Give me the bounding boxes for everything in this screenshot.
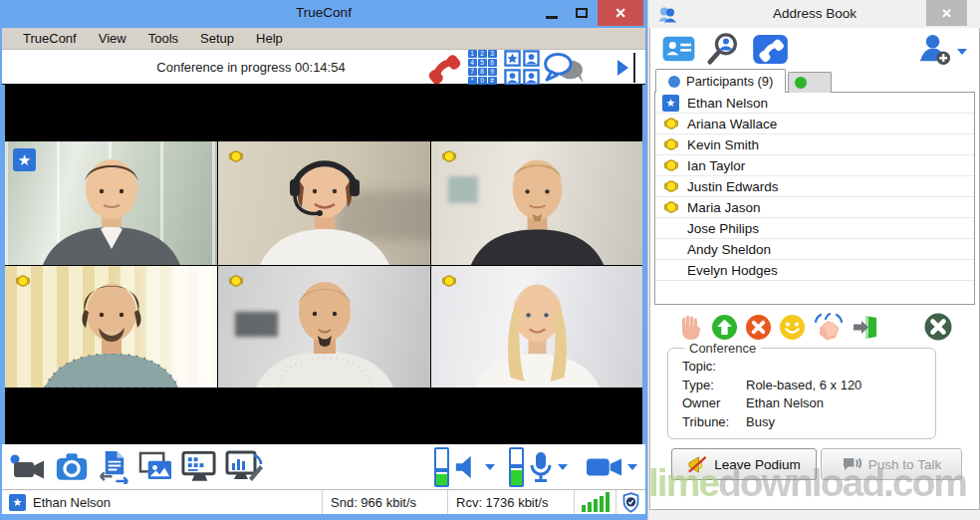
address-book-body: Participants (9) ★ Ethan Nelson Ariana W… (649, 28, 980, 510)
video-tile-speaker-3[interactable] (431, 141, 642, 265)
mic-level-slider[interactable] (509, 447, 524, 487)
tab-participants[interactable]: Participants (9) (655, 69, 786, 93)
applause-button[interactable] (813, 313, 845, 341)
participant-row[interactable]: Evelyn Hodges (655, 260, 974, 281)
chairman-star-badge-icon: ★ (13, 148, 36, 171)
add-user-group (917, 33, 979, 70)
microphone-icon (528, 451, 554, 483)
participant-name: Ethan Nelson (687, 96, 768, 111)
raise-hand-icon (678, 314, 704, 341)
video-tile-speaker-2[interactable] (218, 141, 430, 265)
record-video-button[interactable] (8, 452, 48, 482)
slideshow-button[interactable] (137, 450, 174, 483)
tab-online-contacts[interactable] (788, 72, 832, 93)
whiteboard-button[interactable] (225, 450, 263, 484)
video-tile-ethan-nelson[interactable]: ★ (5, 141, 217, 265)
podium-buttons-row: Leave Podium Push to Talk (650, 448, 979, 480)
file-transfer-button[interactable] (98, 449, 130, 484)
participant-row[interactable]: Justin Edwards (655, 176, 974, 197)
collapse-panel-button[interactable] (612, 50, 641, 85)
search-contacts-button[interactable] (704, 32, 744, 70)
red-x-circle-icon (745, 314, 772, 341)
participant-video-avatar (5, 141, 217, 265)
video-tile-speaker-6[interactable] (431, 266, 642, 388)
end-conference-button[interactable] (923, 312, 953, 342)
video-tile-speaker-4[interactable] (5, 266, 217, 388)
video-tile-speaker-5[interactable] (218, 266, 430, 388)
panel-arrow-icon (617, 60, 628, 76)
speaker-toggle-button[interactable] (453, 453, 481, 481)
minimize-button[interactable] (538, 0, 566, 26)
participant-row[interactable]: Maria Jason (655, 197, 974, 218)
microphone-toggle-button[interactable] (528, 451, 554, 483)
participant-row[interactable]: Andy Sheldon (655, 239, 974, 260)
green-dot-icon (795, 77, 807, 89)
emotions-button[interactable] (779, 314, 806, 341)
participant-row[interactable]: Kevin Smith (655, 134, 974, 155)
screen: TrueConf ✕ TrueConf View Tools Setup Hel… (0, 0, 980, 520)
push-to-talk-button[interactable]: Push to Talk (821, 448, 962, 480)
menu-setup[interactable]: Setup (189, 28, 245, 49)
speaker-icon (453, 453, 481, 481)
status-bar: ★ Ethan Nelson Snd: 966 kbit/s Rcv: 1736… (2, 489, 645, 514)
online-dot-icon (668, 76, 680, 88)
screen-share-button[interactable] (181, 450, 218, 484)
raise-hand-button[interactable] (678, 314, 704, 341)
close-button[interactable]: ✕ (926, 0, 967, 26)
speaker-badge-icon (228, 148, 244, 164)
record-camera-icon (8, 452, 48, 482)
address-book-toolbar (650, 32, 979, 70)
menu-trueconf[interactable]: TrueConf (12, 28, 88, 49)
address-book-titlebar[interactable]: Address Book ✕ (648, 0, 980, 28)
dialpad-button[interactable]: 123 456 789 *0# (466, 50, 498, 85)
snapshot-button[interactable] (55, 451, 91, 482)
menu-view[interactable]: View (88, 28, 137, 49)
volume-slider-handle[interactable] (434, 468, 449, 472)
remove-from-podium-button[interactable] (745, 314, 772, 341)
contact-card-button[interactable] (661, 34, 696, 68)
participant-video-avatar (218, 266, 430, 388)
take-podium-button[interactable] (711, 314, 738, 341)
participant-name: Kevin Smith (687, 137, 759, 152)
speaker-status-icon (663, 116, 679, 131)
hang-up-button[interactable] (421, 50, 465, 85)
up-arrow-circle-icon (711, 314, 738, 341)
chat-icon (543, 51, 585, 85)
speaker-badge-icon (228, 273, 244, 289)
participant-row[interactable]: Ian Taylor (655, 155, 974, 176)
add-user-chevron-icon[interactable] (957, 49, 967, 60)
conference-manage-button[interactable] (502, 50, 542, 85)
exit-door-icon (852, 314, 879, 341)
maximize-button[interactable] (568, 0, 596, 26)
speaker-volume-slider[interactable] (434, 447, 449, 487)
mic-slider-handle[interactable] (509, 464, 524, 468)
leave-podium-button[interactable]: Leave Podium (671, 448, 817, 480)
participant-video-avatar (218, 141, 430, 265)
mic-device-chevron-icon[interactable] (558, 464, 568, 475)
trueconf-titlebar[interactable]: TrueConf ✕ (0, 0, 647, 28)
conference-toolbar: Conference in progress 00:14:54 123 456 … (2, 50, 645, 85)
conference-topic-row: Topic: (682, 358, 935, 377)
content-tools-group (2, 449, 263, 484)
address-book-window: Address Book ✕ (647, 0, 980, 520)
menu-tools[interactable]: Tools (137, 28, 189, 49)
speaker-badge-icon (15, 273, 31, 289)
chairman-star-icon: ★ (662, 95, 679, 112)
add-user-button[interactable] (917, 33, 952, 70)
hang-up-phone-icon (423, 49, 463, 87)
speaker-device-chevron-icon[interactable] (485, 464, 495, 475)
chat-button[interactable] (543, 50, 585, 85)
participant-row[interactable]: Ariana Wallace (655, 114, 974, 134)
camera-toggle-button[interactable] (586, 455, 623, 479)
dialpad-icon: 123 456 789 *0# (468, 50, 497, 85)
participant-row[interactable]: ★ Ethan Nelson (655, 93, 974, 114)
security-indicator[interactable] (615, 490, 645, 514)
camera-device-chevron-icon[interactable] (627, 464, 637, 475)
call-button[interactable] (752, 34, 789, 69)
participant-row[interactable]: Jose Philips (655, 218, 974, 239)
close-button[interactable]: ✕ (598, 0, 643, 26)
connection-quality (574, 490, 615, 514)
call-phone-icon (752, 34, 789, 65)
menu-help[interactable]: Help (245, 28, 294, 49)
leave-conference-button[interactable] (852, 314, 879, 341)
